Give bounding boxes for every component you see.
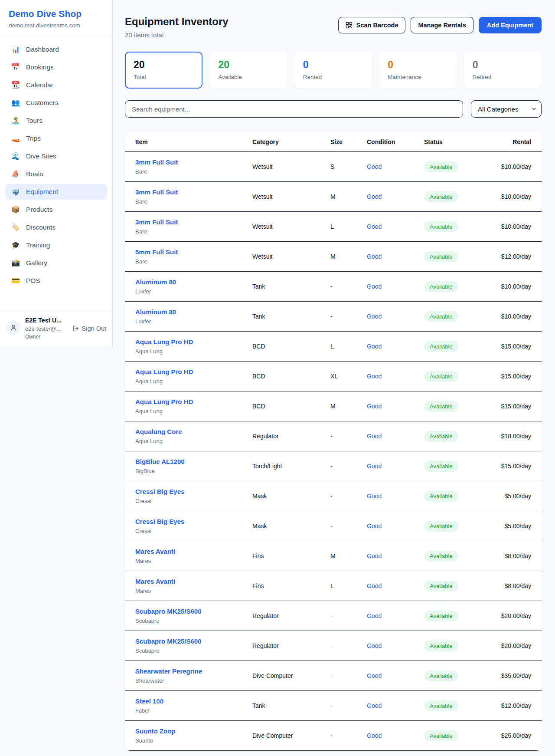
status-cell: Available xyxy=(424,671,490,681)
table-row: Scubapro MK25/S600 Scubapro Regulator - … xyxy=(125,631,542,661)
item-link-shearwater-peregrine[interactable]: Shearwater Peregrine xyxy=(135,667,202,675)
item-link-aluminum-80[interactable]: Aluminum 80 xyxy=(135,308,176,316)
sidebar-item-training[interactable]: 🎓 Training xyxy=(6,237,107,253)
sidebar-item-bookings[interactable]: 📅 Bookings xyxy=(6,59,107,75)
item-link-5mm-full-suit[interactable]: 5mm Full Suit xyxy=(135,248,178,256)
add-equipment-button[interactable]: Add Equipment xyxy=(479,17,542,33)
condition-link[interactable]: Good xyxy=(367,732,424,739)
item-link-aluminum-80[interactable]: Aluminum 80 xyxy=(135,278,176,286)
item-size: - xyxy=(330,672,367,679)
condition-link[interactable]: Good xyxy=(367,313,424,320)
item-link-mares-avanti[interactable]: Mares Avanti xyxy=(135,548,175,555)
condition-link[interactable]: Good xyxy=(367,582,424,589)
status-cell: Available xyxy=(424,581,490,592)
condition-link[interactable]: Good xyxy=(367,163,424,170)
condition-link[interactable]: Good xyxy=(367,403,424,410)
camera-icon: 📸 xyxy=(11,260,20,266)
sidebar-item-dashboard[interactable]: 📊 Dashboard xyxy=(6,42,107,57)
item-size: - xyxy=(330,702,367,709)
user-area: E2E Test U... e2e-tester@... Owner Sign … xyxy=(0,311,112,347)
stat-card-maintenance[interactable]: 0 Maintenance xyxy=(379,52,457,89)
sidebar-item-trips[interactable]: 🚤 Trips xyxy=(6,131,107,146)
sidebar-item-customers[interactable]: 👥 Customers xyxy=(6,95,107,111)
item-link-aqua-lung-pro-hd[interactable]: Aqua Lung Pro HD xyxy=(135,368,193,375)
item-link-3mm-full-suit[interactable]: 3mm Full Suit xyxy=(135,218,178,226)
scan-barcode-button[interactable]: Scan Barcode xyxy=(338,17,406,33)
item-link-cressi-big-eyes[interactable]: Cressi Big Eyes xyxy=(135,518,184,525)
category-select[interactable]: All Categories xyxy=(471,100,542,118)
brand-name[interactable]: Demo Dive Shop xyxy=(9,9,104,19)
sidebar-item-dive-sites[interactable]: 🌊 Dive Sites xyxy=(6,148,107,164)
condition-link[interactable]: Good xyxy=(367,463,424,470)
sidebar-item-equipment[interactable]: 🤿 Equipment xyxy=(6,184,107,200)
condition-link[interactable]: Good xyxy=(367,612,424,619)
sidebar-item-calendar[interactable]: 📆 Calendar xyxy=(6,77,107,93)
stat-card-total[interactable]: 20 Total xyxy=(125,52,202,89)
status-cell: Available xyxy=(424,431,490,442)
item-link-aqua-lung-pro-hd[interactable]: Aqua Lung Pro HD xyxy=(135,338,193,345)
stat-card-available[interactable]: 20 Available xyxy=(209,52,287,89)
condition-link[interactable]: Good xyxy=(367,523,424,529)
item-size: XL xyxy=(330,373,367,380)
condition-link[interactable]: Good xyxy=(367,672,424,679)
item-link-3mm-full-suit[interactable]: 3mm Full Suit xyxy=(135,158,178,166)
status-cell: Available xyxy=(424,341,490,352)
sidebar-item-discounts[interactable]: 🏷️ Discounts xyxy=(6,220,107,235)
item-cell: Aqua Lung Pro HD Aqua Lung xyxy=(135,338,252,355)
condition-link[interactable]: Good xyxy=(367,373,424,380)
rental-rate: $15.00/day xyxy=(490,343,531,350)
item-link-suunto-zoop[interactable]: Suunto Zoop xyxy=(135,727,175,735)
condition-link[interactable]: Good xyxy=(367,193,424,200)
search-input[interactable] xyxy=(125,100,463,118)
item-brand: Cressi xyxy=(135,528,252,534)
item-link-bigblue-al1200[interactable]: BigBlue AL1200 xyxy=(135,458,185,465)
item-cell: Aqua Lung Pro HD Aqua Lung xyxy=(135,368,252,385)
sign-out-button[interactable]: Sign Out xyxy=(72,325,106,332)
status-badge: Available xyxy=(424,611,458,621)
condition-link[interactable]: Good xyxy=(367,343,424,350)
column-header-status: Status xyxy=(424,138,490,145)
sidebar-item-pos[interactable]: 💳 POS xyxy=(6,273,107,289)
item-brand: Mares xyxy=(135,588,252,594)
condition-link[interactable]: Good xyxy=(367,552,424,559)
condition-link[interactable]: Good xyxy=(367,223,424,230)
sidebar-item-products[interactable]: 📦 Products xyxy=(6,202,107,217)
barcode-icon xyxy=(346,22,353,29)
item-link-scubapro-mk25-s600[interactable]: Scubapro MK25/S600 xyxy=(135,608,202,615)
sidebar-item-boats[interactable]: ⛵ Boats xyxy=(6,166,107,182)
sidebar-item-label: Trips xyxy=(26,135,41,142)
item-brand: Luxfer xyxy=(135,318,252,325)
item-link-aqua-lung-pro-hd[interactable]: Aqua Lung Pro HD xyxy=(135,398,193,405)
table-row: Cressi Big Eyes Cressi Mask - Good Avail… xyxy=(125,481,542,511)
condition-link[interactable]: Good xyxy=(367,493,424,500)
condition-link[interactable]: Good xyxy=(367,253,424,260)
status-badge: Available xyxy=(424,281,458,292)
status-badge: Available xyxy=(424,341,458,352)
item-category: Wetsuit xyxy=(252,193,330,200)
item-link-aqualung-core[interactable]: Aqualung Core xyxy=(135,428,182,435)
item-link-scubapro-mk25-s600[interactable]: Scubapro MK25/S600 xyxy=(135,638,202,645)
item-link-cressi-big-eyes[interactable]: Cressi Big Eyes xyxy=(135,488,184,495)
sidebar-item-gallery[interactable]: 📸 Gallery xyxy=(6,255,107,271)
item-link-3mm-full-suit[interactable]: 3mm Full Suit xyxy=(135,188,178,196)
condition-link[interactable]: Good xyxy=(367,702,424,709)
sidebar-item-tours[interactable]: 🏝️ Tours xyxy=(6,113,107,128)
item-link-steel-100[interactable]: Steel 100 xyxy=(135,697,163,705)
logout-icon xyxy=(72,325,79,332)
filters-row: All Categories xyxy=(125,100,542,118)
stat-card-rented[interactable]: 0 Rented xyxy=(294,52,372,89)
condition-link[interactable]: Good xyxy=(367,283,424,290)
manage-rentals-button[interactable]: Manage Rentals xyxy=(411,17,473,33)
condition-link[interactable]: Good xyxy=(367,433,424,440)
table-row: Steel 100 Faber Tank - Good Available $1… xyxy=(125,691,542,721)
status-badge: Available xyxy=(424,461,458,472)
sidebar-item-label: Boats xyxy=(26,170,43,178)
sidebar: Demo Dive Shop demo.test.divestreams.com… xyxy=(0,0,113,347)
status-badge: Available xyxy=(424,401,458,412)
stat-card-retired[interactable]: 0 Retired xyxy=(464,52,542,89)
user-info: E2E Test U... e2e-tester@... Owner xyxy=(25,317,62,340)
item-link-mares-avanti[interactable]: Mares Avanti xyxy=(135,578,175,585)
page-header: Equipment Inventory 20 items total Scan … xyxy=(125,16,542,39)
item-cell: Shearwater Peregrine Shearwater xyxy=(135,667,252,684)
condition-link[interactable]: Good xyxy=(367,642,424,649)
